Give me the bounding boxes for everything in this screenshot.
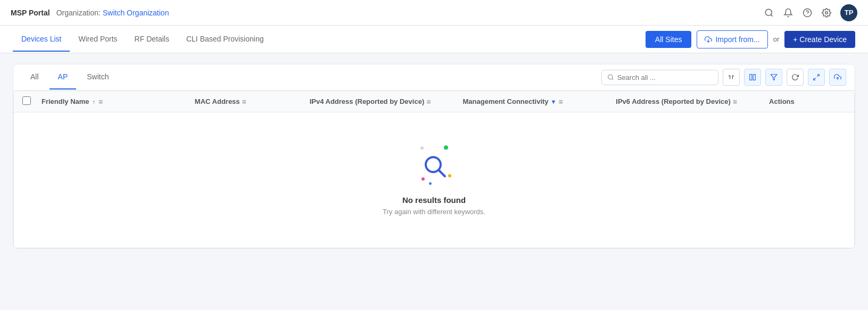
dot-pink (421, 177, 425, 181)
filter-tab-switch[interactable]: Switch (78, 65, 117, 89)
select-all-checkbox-col (22, 96, 42, 107)
page: MSP Portal Organization: Switch Organiza… (0, 0, 868, 310)
svg-rect-11 (753, 75, 755, 80)
search-box[interactable] (601, 70, 718, 85)
col-menu-icon-ipv4[interactable]: ≡ (426, 97, 431, 106)
columns-button[interactable] (744, 69, 761, 86)
create-device-button[interactable]: + Create Device (784, 31, 855, 48)
svg-rect-10 (750, 75, 752, 80)
col-menu-icon-friendly[interactable]: ≡ (98, 97, 103, 106)
brand-label: MSP Portal (11, 9, 50, 17)
dot-grey (420, 146, 424, 150)
org-label: Organization: (56, 9, 101, 17)
refresh-button[interactable] (787, 69, 804, 86)
import-from-button[interactable]: Import from... (697, 30, 767, 48)
table-header: Friendly Name ↑ ≡ MAC Address ≡ IPv4 Add… (14, 91, 854, 112)
import-icon (705, 36, 712, 43)
settings-icon[interactable] (821, 7, 832, 18)
no-results-subtitle: Try again with different keywords. (383, 208, 485, 216)
content-area: All AP Switch (0, 53, 868, 310)
svg-line-13 (817, 75, 819, 77)
devices-table: Friendly Name ↑ ≡ MAC Address ≡ IPv4 Add… (13, 91, 855, 248)
tab-bar-actions: All Sites Import from... or + Create Dev… (646, 30, 855, 48)
col-ipv6-address: IPv6 Address (Reported by Device) ≡ (616, 97, 769, 106)
tab-rf-details[interactable]: RF Details (126, 27, 178, 52)
help-icon[interactable] (802, 7, 813, 18)
col-ipv4-address: IPv4 Address (Reported by Device) ≡ (310, 97, 463, 106)
filter-tab-ap[interactable]: AP (49, 65, 77, 89)
col-actions: Actions (769, 97, 846, 105)
sort-asc-icon[interactable]: ↑ (93, 99, 96, 105)
filter-tab-right (601, 64, 846, 90)
top-nav-right: TP (764, 4, 857, 21)
svg-point-6 (608, 75, 613, 79)
upload-button[interactable] (829, 69, 846, 86)
search-icon[interactable] (764, 7, 774, 18)
svg-marker-12 (771, 75, 777, 80)
dot-blue-sm (429, 182, 432, 185)
tab-wired-ports[interactable]: Wired Ports (70, 27, 126, 52)
col-menu-icon-mac[interactable]: ≡ (242, 97, 246, 106)
main-tab-bar: Devices List Wired Ports RF Details CLI … (0, 26, 868, 53)
svg-line-14 (814, 78, 816, 80)
tab-cli-provisioning[interactable]: CLI Based Provisioning (178, 27, 272, 52)
filter-tab-all[interactable]: All (22, 65, 47, 89)
select-all-checkbox[interactable] (22, 96, 31, 105)
or-text: or (773, 35, 780, 43)
switch-org-link[interactable]: Switch Organization (103, 9, 169, 17)
col-filter-icon-mgmt[interactable]: ▼ (551, 99, 557, 105)
search-icon (607, 74, 614, 81)
bell-icon[interactable] (783, 7, 793, 18)
search-input[interactable] (617, 74, 713, 81)
svg-line-17 (439, 170, 445, 176)
expand-button[interactable] (808, 69, 825, 86)
all-sites-button[interactable]: All Sites (646, 31, 692, 48)
col-menu-icon-mgmt[interactable]: ≡ (558, 97, 563, 106)
avatar[interactable]: TP (840, 4, 857, 21)
col-menu-icon-ipv6[interactable]: ≡ (733, 97, 737, 106)
col-mgmt-connectivity: Management Connectivity ▼ ≡ (462, 97, 616, 106)
svg-point-0 (765, 9, 772, 15)
empty-state: No results found Try again with differen… (14, 112, 854, 248)
dot-yellow (448, 174, 451, 177)
tab-devices-list[interactable]: Devices List (13, 27, 70, 52)
svg-line-7 (612, 78, 613, 79)
col-friendly-name: Friendly Name ↑ ≡ (42, 97, 195, 106)
filter-button[interactable] (765, 69, 782, 86)
magnifier-icon (421, 153, 447, 178)
svg-line-1 (771, 14, 772, 16)
dot-green (444, 145, 448, 150)
svg-point-4 (825, 11, 828, 14)
devices-card: All AP Switch (13, 64, 855, 249)
no-results-title: No results found (402, 195, 466, 205)
main-tabs: Devices List Wired Ports RF Details CLI … (13, 27, 272, 52)
top-nav: MSP Portal Organization: Switch Organiza… (0, 0, 868, 26)
col-mac-address: MAC Address ≡ (195, 97, 310, 106)
empty-icon (413, 144, 456, 187)
resize-columns-button[interactable] (723, 69, 740, 86)
filter-tab-row: All AP Switch (13, 64, 855, 91)
